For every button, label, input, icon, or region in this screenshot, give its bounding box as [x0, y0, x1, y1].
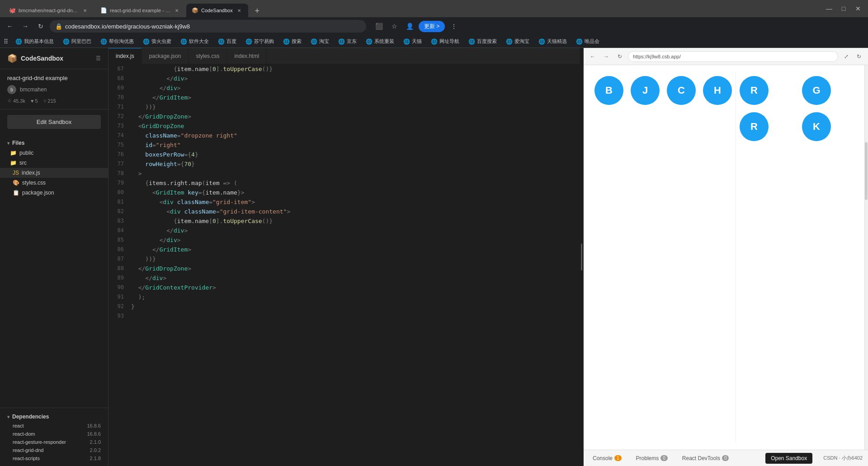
bookmark-nav[interactable]: 🌐 网址导航: [427, 37, 463, 46]
update-button[interactable]: 更新 >: [419, 21, 445, 32]
bookmark-software[interactable]: 🌐 软件大全: [177, 37, 212, 46]
grid-item-H[interactable]: H: [703, 76, 732, 105]
bookmark-baidusearch[interactable]: 🌐 百度搜索: [465, 37, 500, 46]
bookmark-aitaobao[interactable]: 🌐 爱淘宝: [502, 37, 533, 46]
preview-scrollbar[interactable]: [864, 65, 868, 450]
grid-item-R2[interactable]: R: [740, 112, 769, 141]
preview-dropzones: B J C H R G R K: [591, 72, 861, 442]
file-styles[interactable]: 🎨 styles.css: [0, 178, 108, 188]
bookmark-tmall[interactable]: 🌐 天猫: [400, 37, 425, 46]
bookmark-vip[interactable]: 🌐 唯品会: [572, 37, 603, 46]
line-content-86: </GridItem>: [131, 245, 580, 254]
back-button[interactable]: ←: [4, 20, 16, 33]
forward-button[interactable]: →: [19, 20, 32, 33]
bookmark-label-myinfo: 我的基本信息: [24, 38, 54, 45]
console-tab[interactable]: Console 1: [589, 453, 625, 463]
bookmark-yinghuo[interactable]: 🌐 萤火虫蜜: [139, 37, 175, 46]
folder-public[interactable]: 📁 public: [0, 148, 108, 158]
maximize-button[interactable]: □: [837, 2, 850, 15]
file-package[interactable]: 📋 package.json: [0, 188, 108, 198]
bookmark-search[interactable]: 🌐 搜索: [279, 37, 305, 46]
tab-codesandbox[interactable]: 📦 CodeSandbox ✕: [186, 4, 248, 17]
file-indexjs[interactable]: JS index.js: [0, 168, 108, 178]
line-num-71: 71: [108, 102, 131, 112]
line-content-74: className="dropzone right": [131, 131, 580, 140]
dropzone-right[interactable]: R G R K: [736, 72, 861, 442]
bookmark-label-bangtao: 帮你淘优惠: [109, 38, 134, 45]
files-section-header[interactable]: ▾ Files: [0, 138, 108, 148]
code-line-89: 89 </div>: [108, 273, 580, 283]
tab-codesandbox-example[interactable]: 📄 react-grid-dnd example - Co... ✕: [95, 4, 185, 17]
new-tab-button[interactable]: +: [251, 5, 264, 17]
tab-packagejson[interactable]: package.json: [142, 48, 189, 64]
preview-pane: ← → ↻ https://kj9w8.csb.app/ ⤢ ↻ B J C H: [583, 48, 868, 466]
preview-refresh-button[interactable]: ↻: [614, 51, 625, 62]
line-num-84: 84: [108, 226, 131, 235]
code-line-70: 70 </GridItem>: [108, 93, 580, 102]
forks-count: 215: [48, 98, 56, 104]
dropzone-left[interactable]: B J C H: [591, 72, 736, 442]
preview-refresh-action-button[interactable]: ↻: [854, 51, 864, 62]
address-bar[interactable]: 🔒 codesandbox.io/embed/gracious-wozniak-…: [50, 20, 366, 33]
devtools-label: React DevTools: [682, 455, 720, 461]
tab-close-github[interactable]: ✕: [82, 7, 89, 14]
tab-indexhtml[interactable]: index.html: [227, 48, 267, 64]
line-content-91: );: [131, 292, 580, 302]
dep-react-version: 16.8.6: [87, 423, 101, 428]
editor-resize-handle[interactable]: [580, 48, 583, 466]
bookmark-bangtao[interactable]: 🌐 帮你淘优惠: [97, 37, 137, 46]
settings-icon[interactable]: ⋮: [448, 20, 460, 33]
grid-item-J[interactable]: J: [631, 76, 660, 105]
problems-tab[interactable]: Problems 0: [632, 453, 671, 463]
tab-label-github: bmcmahen/react-grid-dnd: ...: [19, 8, 79, 13]
tab-github[interactable]: 🐙 bmcmahen/react-grid-dnd: ... ✕: [4, 4, 94, 17]
bookmark-baidu[interactable]: 🌐 百度: [214, 37, 240, 46]
tab-favicon-cs: 📦: [192, 7, 198, 14]
grid-item-B[interactable]: B: [594, 76, 623, 105]
preview-back-button[interactable]: ←: [587, 51, 598, 62]
preview-forward-button[interactable]: →: [601, 51, 612, 62]
line-content-81: <div className="grid-item">: [131, 197, 580, 207]
bookmark-myinfo[interactable]: 🌐 我的基本信息: [12, 37, 57, 46]
bookmark-suning[interactable]: 🌐 苏宁易购: [242, 37, 278, 46]
deps-section-header[interactable]: ▾ Dependencies: [0, 412, 108, 422]
bookmark-label-yinghuo: 萤火虫蜜: [151, 38, 171, 45]
grid-item-R1[interactable]: R: [740, 76, 769, 105]
line-num-82: 82: [108, 207, 131, 216]
address-text: codesandbox.io/embed/gracious-wozniak-kj…: [65, 23, 361, 30]
preview-url-bar[interactable]: https://kj9w8.csb.app/: [628, 51, 838, 62]
bookmark-jd[interactable]: 🌐 京东: [335, 37, 360, 46]
line-content-83: {item.name[0].toUpperCase()}: [131, 216, 580, 226]
tab-indexjs[interactable]: index.js: [108, 48, 142, 64]
bookmark-icon[interactable]: ☆: [388, 20, 401, 33]
apps-icon[interactable]: ⠿: [4, 38, 8, 45]
minimize-button[interactable]: —: [823, 2, 835, 15]
extensions-icon[interactable]: ⬛: [373, 20, 385, 33]
bookmark-taobao[interactable]: 🌐 淘宝: [307, 37, 333, 46]
edit-sandbox-button[interactable]: Edit Sandbox: [7, 115, 101, 129]
preview-open-new-button[interactable]: ⤢: [841, 51, 852, 62]
bookmark-alibaba[interactable]: 🌐 阿里巴巴: [59, 37, 95, 46]
sidebar-menu-button[interactable]: ☰: [96, 55, 101, 62]
bookmark-label-vip: 唯品会: [585, 38, 599, 45]
code-area[interactable]: 67 {item.name[0].toUpperCase()} 68 </div…: [108, 64, 580, 466]
open-sandbox-button[interactable]: Open Sandbox: [765, 453, 812, 464]
close-window-button[interactable]: ✕: [852, 2, 864, 15]
devtools-tab[interactable]: React DevTools 0: [679, 453, 733, 463]
grid-item-G[interactable]: G: [802, 76, 831, 105]
folder-public-icon: 📁: [10, 150, 17, 156]
line-content-79: {items.right.map(item => (: [131, 178, 580, 188]
profile-icon[interactable]: 👤: [403, 20, 416, 33]
bookmark-label-jd: 京东: [347, 38, 357, 45]
tab-styless[interactable]: styles.css: [189, 48, 227, 64]
tab-close-2[interactable]: ✕: [173, 7, 180, 14]
sidebar: 📦 CodeSandbox ☰ react-grid-dnd example b…: [0, 48, 108, 466]
tab-close-cs[interactable]: ✕: [236, 7, 243, 14]
grid-item-C[interactable]: C: [667, 76, 696, 105]
line-content-72: </GridDropZone>: [131, 112, 580, 121]
grid-item-K[interactable]: K: [802, 112, 831, 141]
bookmark-reinstall[interactable]: 🌐 系统重装: [362, 37, 398, 46]
folder-src[interactable]: 📁 src: [0, 158, 108, 168]
bookmark-tmall-select[interactable]: 🌐 天猫精选: [535, 37, 571, 46]
refresh-button[interactable]: ↻: [34, 20, 47, 33]
